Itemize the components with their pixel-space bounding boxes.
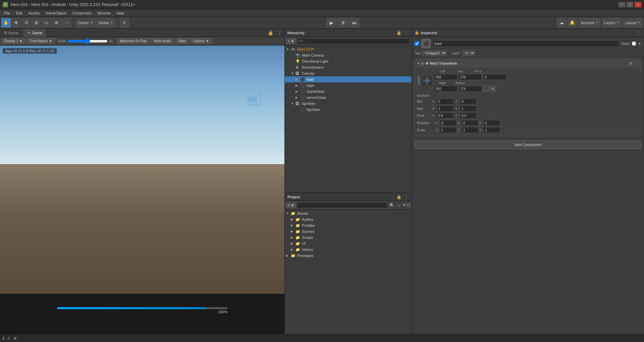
pivot-y-input[interactable] xyxy=(460,113,477,119)
tree-item-bgvideo-parent[interactable]: ▼ 🖼 bgVideo xyxy=(285,100,412,107)
blueprint-btn[interactable]: ⬛ xyxy=(483,86,489,92)
gizmos-btn[interactable]: Gizmos ▼ xyxy=(190,38,212,44)
rect-tool-button[interactable]: ▭ xyxy=(42,18,51,27)
menu-window[interactable]: Window xyxy=(95,10,113,16)
tree-item-serverclose[interactable]: ▶ ⬛ serverClose xyxy=(285,94,412,100)
inspector-menu-button[interactable]: ⋮ xyxy=(636,30,641,35)
pivot-x-input[interactable] xyxy=(437,113,453,119)
project-filter-btn[interactable]: ☆ xyxy=(396,203,401,208)
rot-y-input[interactable] xyxy=(462,120,478,126)
right-input[interactable] xyxy=(434,86,458,92)
tree-item-assets[interactable]: ▼ 📁 Assets xyxy=(285,210,412,216)
view-lock-button[interactable]: 🔒 xyxy=(266,30,275,36)
global-dropdown[interactable]: Global ▼ xyxy=(96,18,115,27)
transform-tool-button[interactable]: ⊕ xyxy=(52,18,61,27)
tree-item-load[interactable]: ▶ ⬛ load xyxy=(285,76,412,82)
tree-item-heroGUI[interactable]: ▼ 🎮 Hero GUI* xyxy=(285,46,412,52)
minimize-button[interactable]: ─ xyxy=(619,2,625,7)
scale-tool-button[interactable]: ⊞ xyxy=(32,18,41,27)
posz-input[interactable] xyxy=(483,74,506,80)
min-x-input[interactable] xyxy=(437,98,453,105)
tree-item-eventsystem[interactable]: ⚙ EventSystem xyxy=(285,64,412,70)
hierarchy-menu-button[interactable]: ⋮ xyxy=(404,30,409,35)
mute-audio-btn[interactable]: Mute Audio xyxy=(151,38,174,44)
rot-x-input[interactable] xyxy=(440,120,457,126)
maximize-on-play-btn[interactable]: Maximize On Play xyxy=(117,38,150,44)
tree-item-maincamera[interactable]: 📷 Main Camera xyxy=(285,52,412,58)
rotate-tool-button[interactable]: ↺ xyxy=(21,18,31,27)
rot-z-axis: Z xyxy=(479,121,483,125)
collab-button[interactable]: 🔔 xyxy=(568,18,577,27)
rect-transform-header[interactable]: ▼ ⊞ ✥ Rect Transform ⚙ ⋮ xyxy=(415,59,641,68)
tree-item-dirlight[interactable]: 💡 Directional Light xyxy=(285,58,412,64)
aspect-dropdown[interactable]: Free Aspect ▼ xyxy=(27,38,55,44)
game-tab[interactable]: 🎮 Game xyxy=(23,29,47,37)
object-enabled-checkbox[interactable] xyxy=(415,41,419,46)
tree-item-audios[interactable]: ▶ 📁 Audios xyxy=(285,216,412,222)
display-dropdown[interactable]: Display 1 ▼ xyxy=(1,38,25,44)
arrow-scripts: ▶ xyxy=(291,236,296,239)
project-add-button[interactable]: + ▼ xyxy=(286,203,296,208)
stretch-icon[interactable] xyxy=(422,76,432,86)
unknown-tool-button[interactable]: ≡ xyxy=(120,18,129,27)
add-component-button[interactable]: Add Component xyxy=(415,140,641,149)
object-name-input[interactable] xyxy=(433,40,620,47)
center-dropdown[interactable]: Center ▼ xyxy=(75,18,95,27)
hierarchy-search-input[interactable] xyxy=(297,38,410,44)
tree-item-packages[interactable]: ▶ 📁 Packages xyxy=(285,253,412,259)
scene-tab[interactable]: ⊞ Scene xyxy=(0,29,23,37)
max-y-input[interactable] xyxy=(460,106,477,112)
tree-item-ui[interactable]: ▶ 📁 UI xyxy=(285,241,412,247)
scale-x-input[interactable] xyxy=(440,127,457,133)
project-menu-button[interactable]: ⋮ xyxy=(404,195,409,199)
play-button[interactable]: ▶ xyxy=(326,18,337,27)
top-input[interactable] xyxy=(459,74,482,80)
menu-edit[interactable]: Edit xyxy=(13,10,25,16)
menu-assets[interactable]: Assets xyxy=(26,10,42,16)
menu-file[interactable]: File xyxy=(1,10,13,16)
tag-select[interactable]: Untagged xyxy=(422,50,447,56)
scale-slider[interactable] xyxy=(67,39,108,44)
close-button[interactable]: ✕ xyxy=(635,2,641,7)
stats-btn[interactable]: Stats xyxy=(175,38,189,44)
menu-help[interactable]: Help xyxy=(114,10,127,16)
project-search-btn[interactable]: 🔍 xyxy=(389,203,395,208)
static-checkbox[interactable] xyxy=(632,42,636,46)
view-menu-button[interactable]: ⋮ xyxy=(276,30,283,36)
menu-component[interactable]: Component xyxy=(69,10,94,16)
tree-item-scenes[interactable]: ▶ 📁 Scenes xyxy=(285,228,412,234)
tree-item-bgvideo-child[interactable]: ⬛ bgVideo xyxy=(285,107,412,113)
maximize-button[interactable]: □ xyxy=(627,2,633,7)
rot-z-input[interactable] xyxy=(483,120,500,126)
account-dropdown[interactable]: Account ▼ xyxy=(578,18,600,27)
max-x-input[interactable] xyxy=(437,106,453,112)
layout-dropdown[interactable]: Layout ▼ xyxy=(623,18,643,27)
min-y-input[interactable] xyxy=(460,98,477,105)
scale-y-input[interactable] xyxy=(462,127,478,133)
tree-item-videos[interactable]: ▶ 📁 Videos xyxy=(285,247,412,253)
project-lock-button[interactable]: 🔒 xyxy=(396,195,402,199)
rect-transform-context-btn[interactable]: ⋮ xyxy=(634,61,639,66)
pause-button[interactable]: ⏸ xyxy=(338,18,348,27)
tree-item-scripts[interactable]: ▶ 📁 Scripts xyxy=(285,234,412,241)
hierarchy-add-button[interactable]: + ▼ xyxy=(286,39,296,44)
custom-tool-button[interactable]: ⋯ xyxy=(62,18,71,27)
project-search-input[interactable] xyxy=(297,202,387,208)
hierarchy-lock-button[interactable]: 🔒 xyxy=(396,30,402,35)
step-button[interactable]: ⏭ xyxy=(349,18,360,27)
rect-transform-settings-btn[interactable]: ⚙ xyxy=(629,61,633,66)
scale-z-input[interactable] xyxy=(483,127,500,133)
left-input[interactable] xyxy=(434,74,458,80)
bottom-input[interactable] xyxy=(459,86,482,92)
tree-item-canvas[interactable]: ▼ 🖼 Canvas xyxy=(285,70,412,76)
r-button[interactable]: R xyxy=(490,86,496,92)
cloud-button[interactable]: ☁ xyxy=(557,18,566,27)
tree-item-login[interactable]: ▶ ⬛ login xyxy=(285,82,412,88)
layer-select[interactable]: UI xyxy=(462,50,475,56)
tree-item-gamestart[interactable]: ▶ ⬛ GameStart xyxy=(285,88,412,94)
layers-dropdown[interactable]: Layers ▼ xyxy=(602,18,622,27)
menu-gameobject[interactable]: GameObject xyxy=(43,10,69,16)
move-tool-button[interactable]: ✥ xyxy=(11,18,21,27)
tree-item-prefabs[interactable]: ▶ 📁 Prefabs xyxy=(285,222,412,228)
hand-tool-button[interactable]: ✋ xyxy=(1,18,11,27)
